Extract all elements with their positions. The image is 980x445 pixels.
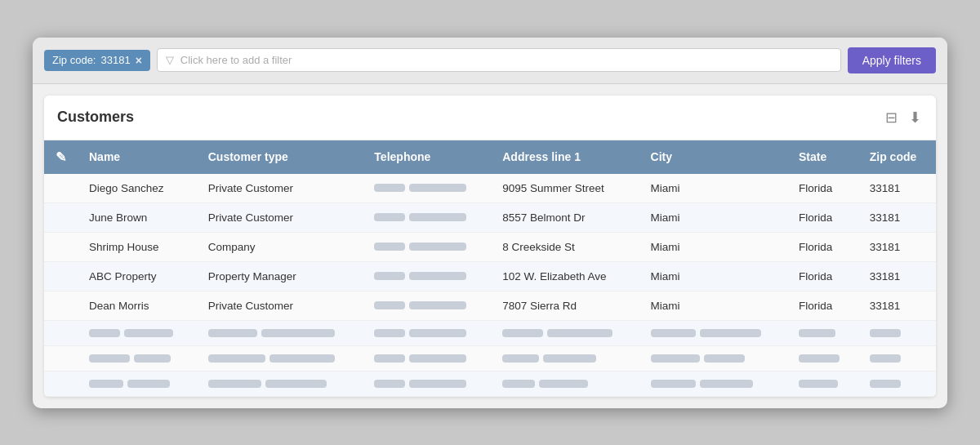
filter-tag-label: Zip code: [52, 54, 96, 66]
filter-input-area[interactable]: ▽ Click here to add a filter [157, 48, 841, 72]
cell-placeholder [78, 371, 197, 396]
cell-placeholder [787, 371, 858, 396]
cell-name: Diego Sanchez [78, 174, 197, 203]
cell-placeholder [787, 345, 858, 371]
cell-telephone [363, 202, 491, 232]
row-edit-cell [44, 261, 78, 291]
edit-pencil-icon: ✎ [56, 150, 66, 164]
cell-placeholder [197, 345, 363, 371]
filter-tag-close[interactable]: × [136, 54, 142, 67]
cell-placeholder [858, 371, 936, 396]
col-address: Address line 1 [491, 140, 639, 174]
cell-telephone [363, 174, 491, 203]
row-edit-cell [44, 345, 78, 371]
row-edit-cell [44, 174, 78, 203]
cell-placeholder [363, 345, 491, 371]
cell-placeholder [639, 371, 787, 396]
cell-address: 8 Creekside St [491, 232, 639, 261]
row-edit-cell [44, 320, 78, 345]
row-edit-cell [44, 232, 78, 261]
cell-city: Miami [639, 291, 787, 320]
filter-tag-value: 33181 [100, 54, 130, 66]
customers-table: ✎ Name Customer type Telephone Address l… [44, 140, 936, 397]
table-row-placeholder [44, 345, 936, 371]
table-row-placeholder [44, 371, 936, 396]
panel-title: Customers [57, 109, 134, 126]
cell-placeholder [639, 345, 787, 371]
cell-placeholder [639, 320, 787, 345]
row-edit-cell [44, 291, 78, 320]
cell-customer-type: Private Customer [197, 202, 363, 232]
cell-name: Dean Morris [78, 291, 197, 320]
cell-zip: 33181 [858, 291, 936, 320]
col-state: State [787, 140, 858, 174]
table-row[interactable]: Diego Sanchez Private Customer 9095 Summ… [44, 174, 936, 203]
cell-placeholder [363, 320, 491, 345]
cell-placeholder [858, 345, 936, 371]
cell-placeholder [197, 371, 363, 396]
cell-address: 7807 Sierra Rd [491, 291, 639, 320]
cell-state: Florida [787, 232, 858, 261]
cell-zip: 33181 [858, 232, 936, 261]
cell-zip: 33181 [858, 202, 936, 232]
row-edit-cell [44, 371, 78, 396]
cell-placeholder [491, 371, 639, 396]
cell-zip: 33181 [858, 174, 936, 203]
download-icon[interactable]: ⬇ [907, 107, 923, 128]
col-city: City [639, 140, 787, 174]
cell-placeholder [78, 320, 197, 345]
app-window: Zip code: 33181 × ▽ Click here to add a … [33, 38, 947, 408]
cell-placeholder [787, 320, 858, 345]
table-row[interactable]: June Brown Private Customer 8557 Belmont… [44, 202, 936, 232]
row-edit-cell [44, 202, 78, 232]
col-telephone: Telephone [363, 140, 491, 174]
table-header-row: ✎ Name Customer type Telephone Address l… [44, 140, 936, 174]
cell-state: Florida [787, 174, 858, 203]
cell-customer-type: Private Customer [197, 174, 363, 203]
panel-actions: ⊟ ⬇ [884, 107, 923, 128]
cell-zip: 33181 [858, 261, 936, 291]
col-edit: ✎ [44, 140, 78, 174]
cell-placeholder [491, 345, 639, 371]
table-row[interactable]: Shrimp House Company 8 Creekside St Miam… [44, 232, 936, 261]
cell-state: Florida [787, 291, 858, 320]
col-name: Name [78, 140, 197, 174]
cell-city: Miami [639, 202, 787, 232]
cell-name: ABC Property [78, 261, 197, 291]
col-zip: Zip code [858, 140, 936, 174]
zip-code-filter-tag[interactable]: Zip code: 33181 × [44, 50, 150, 71]
table-row-placeholder [44, 320, 936, 345]
cell-name: Shrimp House [78, 232, 197, 261]
filter-icon: ▽ [166, 54, 174, 66]
cell-telephone [363, 261, 491, 291]
customers-panel: Customers ⊟ ⬇ ✎ Name Customer type Telep… [44, 96, 936, 397]
cell-placeholder [197, 320, 363, 345]
cell-name: June Brown [78, 202, 197, 232]
cell-customer-type: Property Manager [197, 261, 363, 291]
cell-placeholder [858, 320, 936, 345]
cell-city: Miami [639, 174, 787, 203]
cell-city: Miami [639, 232, 787, 261]
cell-telephone [363, 232, 491, 261]
cell-placeholder [363, 371, 491, 396]
cell-telephone [363, 291, 491, 320]
filter-bar: Zip code: 33181 × ▽ Click here to add a … [33, 38, 947, 84]
cell-placeholder [78, 345, 197, 371]
filter-input-placeholder: Click here to add a filter [180, 54, 292, 66]
cell-state: Florida [787, 202, 858, 232]
col-customer-type: Customer type [197, 140, 363, 174]
apply-filters-button[interactable]: Apply filters [848, 47, 936, 73]
cell-customer-type: Private Customer [197, 291, 363, 320]
cell-placeholder [491, 320, 639, 345]
panel-header: Customers ⊟ ⬇ [44, 96, 936, 140]
cell-address: 9095 Summer Street [491, 174, 639, 203]
table-row[interactable]: Dean Morris Private Customer 7807 Sierra… [44, 291, 936, 320]
cell-address: 8557 Belmont Dr [491, 202, 639, 232]
filter-panel-icon[interactable]: ⊟ [884, 107, 899, 128]
cell-customer-type: Company [197, 232, 363, 261]
table-row[interactable]: ABC Property Property Manager 102 W. Eli… [44, 261, 936, 291]
cell-address: 102 W. Elizabeth Ave [491, 261, 639, 291]
cell-state: Florida [787, 261, 858, 291]
cell-city: Miami [639, 261, 787, 291]
